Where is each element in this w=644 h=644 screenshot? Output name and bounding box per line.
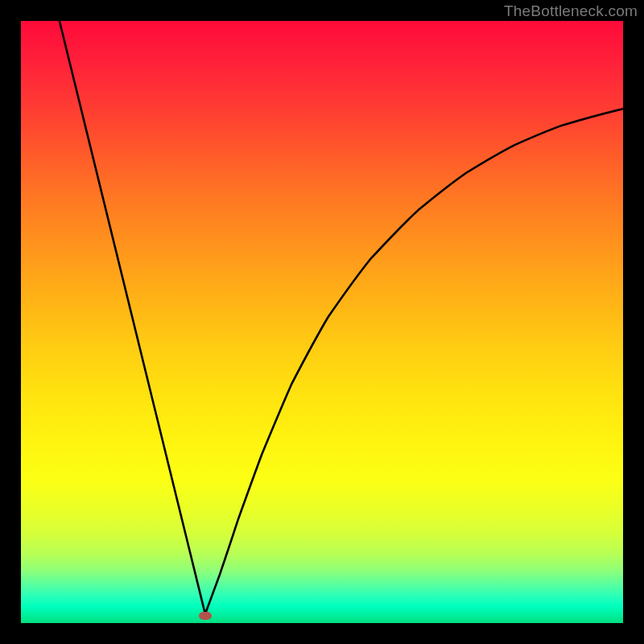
chart-frame: TheBottleneck.com: [0, 0, 644, 644]
plot-area: [21, 21, 623, 623]
curve-svg: [21, 21, 623, 623]
minimum-marker: [199, 612, 212, 620]
curve-path: [60, 21, 623, 614]
watermark-text: TheBottleneck.com: [504, 2, 638, 20]
